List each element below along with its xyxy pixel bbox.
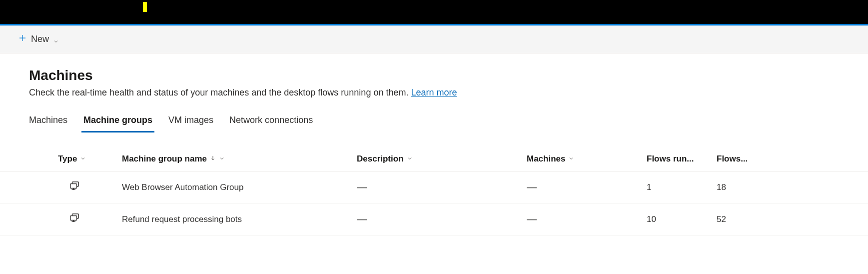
machine-group-icon [69,180,80,194]
col-flows-running-header[interactable]: Flows run... [641,147,711,172]
new-button-label: New [31,34,49,44]
col-description-label: Description [357,154,404,164]
col-name-label: Machine group name [122,154,207,164]
cell-type [29,172,116,204]
cell-flows-running: 10 [641,204,711,236]
cell-description: — [351,172,521,204]
command-bar: New [0,26,868,54]
sort-descending-icon [210,154,216,164]
chevron-down-icon [407,154,413,164]
page-subtitle: Check the real-time health and status of… [29,88,850,98]
chevron-down-icon [53,36,59,42]
col-type-header[interactable]: Type [29,147,116,172]
plus-icon [18,34,27,45]
col-type-label: Type [58,154,77,164]
col-name-header[interactable]: Machine group name [116,147,351,172]
tab-vm-images[interactable]: VM images [168,110,213,132]
cell-name[interactable]: Web Browser Automation Group [116,172,351,204]
col-flows-queued-header[interactable]: Flows... [711,147,868,172]
page-subtitle-text: Check the real-time health and status of… [29,88,411,98]
chevron-down-icon [219,154,225,164]
col-machines-label: Machines [527,154,565,164]
table-row[interactable]: Refund request processing bots — — 10 52 [0,204,868,236]
col-flows-running-label: Flows run... [647,154,694,164]
cell-name[interactable]: Refund request processing bots [116,204,351,236]
row-select-cell[interactable] [0,172,29,204]
cell-flows-running: 1 [641,172,711,204]
cell-flows-queued: 52 [711,204,868,236]
top-black-bar [0,0,868,24]
new-button[interactable]: New [12,30,65,48]
col-flows-queued-label: Flows... [717,154,748,164]
chevron-down-icon [80,154,86,164]
page-title: Machines [29,68,850,84]
machine-group-icon [69,212,80,226]
svg-rect-4 [70,184,77,188]
data-grid: Type Machine group name [0,147,868,236]
col-description-header[interactable]: Description [351,147,521,172]
col-select-header[interactable] [0,147,29,172]
tab-machines[interactable]: Machines [29,110,67,132]
cell-description: — [351,204,521,236]
cell-type [29,204,116,236]
cell-machines: — [521,172,641,204]
learn-more-link[interactable]: Learn more [411,88,457,98]
content-area: Machines Check the real-time health and … [0,54,868,236]
col-machines-header[interactable]: Machines [521,147,641,172]
cell-machines: — [521,204,641,236]
tab-network-connections[interactable]: Network connections [229,110,313,132]
table-row[interactable]: Web Browser Automation Group — — 1 18 [0,172,868,204]
yellow-marker [143,2,147,12]
row-select-cell[interactable] [0,204,29,236]
tabs: Machines Machine groups VM images Networ… [29,110,850,133]
chevron-down-icon [568,154,574,164]
tab-machine-groups[interactable]: Machine groups [83,110,152,132]
cell-flows-queued: 18 [711,172,868,204]
svg-rect-8 [70,216,77,220]
